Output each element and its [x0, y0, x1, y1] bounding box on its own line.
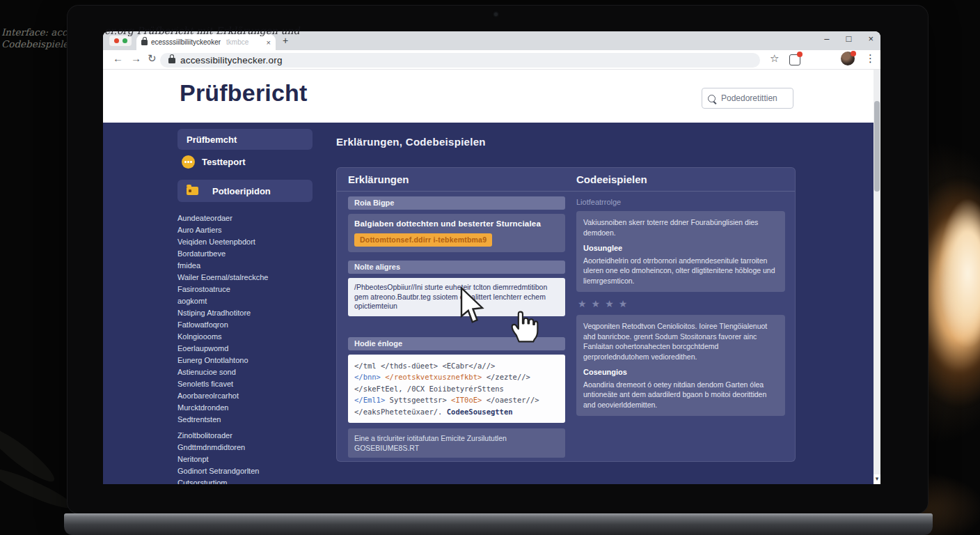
window-maximize-button[interactable]: □ [846, 33, 852, 44]
traffic-lights [109, 36, 132, 46]
sidebar-link[interactable]: Auro Aartiers [177, 224, 324, 236]
page-body: Prüfbemcht Testteport Potloeripidon Aund… [103, 123, 880, 484]
sidebar-link[interactable]: Nstiping Atradhotitore [177, 307, 324, 319]
laptop: ecessssiilbiliityckeoker tkmbce × + – □ … [68, 6, 928, 513]
new-tab-button[interactable]: + [283, 35, 288, 46]
photo-scene: Interface: accessibili Codebeispielen er… [0, 0, 980, 535]
sidebar-link[interactable]: Murcktdronden [177, 402, 324, 414]
code-line: </skeFtEel, /0CX EoiibetyrérSttens [354, 383, 559, 395]
sidebar-link[interactable]: Eunerg Ontotlahtono [177, 355, 324, 366]
tab-title: ecessssiilbiliityckeoker [151, 38, 221, 46]
reload-button[interactable]: ↻ [148, 52, 157, 65]
sidebar-item-pruefbericht[interactable]: Prüfbemcht [177, 129, 313, 150]
panel-header: Erklärungen Codeeispielen [337, 168, 795, 192]
hand-cursor-icon [507, 309, 542, 345]
card-subheading: Uosunglee [583, 243, 778, 254]
card-title: Balgiaben dottechten und besterter Sturn… [354, 219, 559, 228]
record-dot-icon [114, 38, 119, 43]
sidebar-link[interactable]: Zinoltbolitorader [177, 430, 324, 442]
sidebar-link[interactable]: Gndttmdnmdidtoren [177, 442, 324, 453]
code-line: </Eml1> Syttsgeettsr> <IT0oE> </oaester/… [354, 394, 559, 406]
code-line: </tml </thds-düeet> <ECabr</a//> [354, 360, 559, 372]
sidebar-link[interactable]: Eoerlaupwomd [177, 343, 324, 355]
card-text: Aoorteidhelrin ord otrrbornori andemndes… [583, 256, 778, 286]
code-example-card: Vakiusnoiben skerr toterre ddner Fourabü… [576, 211, 785, 292]
sidebar-link[interactable]: Aundeateordaer [177, 212, 324, 224]
url-text: accessibilitychecker.org [180, 55, 283, 65]
sidebar-link[interactable]: Senoletls ficavet [177, 378, 324, 390]
sidebar-link[interactable]: Veiqiden Ueetenpbdort [177, 236, 324, 248]
mouse-cursor-icon [459, 287, 484, 325]
star-icon: ★ [619, 298, 633, 309]
browser-tabbar: ecessssiilbiliityckeoker tkmbce × + – □ … [103, 31, 880, 50]
card-subheading: Coseungios [583, 367, 778, 378]
search-icon [708, 95, 716, 102]
section-bar-rola[interactable]: Roia Bigpe [348, 196, 565, 210]
footer-line: Eine a tircluriter iotitafutan Emicite Z… [354, 433, 559, 443]
browser-toolbar: ← → ↻ accessibilitychecker.org ☆ ⋮ [103, 50, 880, 70]
sidebar-link[interactable]: Wailer Eoernal/stalreckche [177, 272, 324, 284]
forward-button[interactable]: → [131, 52, 141, 64]
scrollbar[interactable]: ▾ [874, 70, 880, 484]
explanation-card: Balgiaben dottechten und besterter Sturn… [348, 214, 565, 252]
code-line: </eaksPheteteüxaer/. CodeeSousegtten [354, 406, 559, 418]
page-header: Prüfbericht [103, 70, 880, 123]
sidebar-item-label: Potloeripidon [212, 186, 271, 196]
folder-icon [187, 187, 198, 195]
sidebar-link[interactable]: Neritonpt [177, 453, 324, 465]
sidebar-link[interactable]: Kolngioooms [177, 331, 324, 343]
column-sublabel: Liotfeatrrolge [576, 198, 785, 206]
panel-header-erklaerungen: Erklärungen [348, 173, 409, 185]
sidebar-link[interactable]: fmidea [177, 260, 324, 272]
sidebar-item-potloeripidon[interactable]: Potloeripidon [177, 180, 313, 202]
codebeispielen-column: Liotfeatrrolge Vakiusnoiben skerr toterr… [576, 196, 785, 416]
card-text: Aoandiria dremeort ó oetey nitdian dendo… [583, 380, 778, 410]
dots-badge-icon [182, 155, 195, 169]
window-close-button[interactable]: × [868, 33, 874, 44]
sidebar-link[interactable]: Astienucioe sond [177, 366, 324, 378]
star-icon: ★ [578, 298, 592, 309]
sidebar-link[interactable]: Cutsorsturtiom [177, 477, 324, 484]
search-input[interactable] [720, 93, 787, 104]
page-title: Prüfbericht [180, 79, 308, 107]
section-bar-note[interactable]: Nolte aligres [348, 261, 565, 274]
address-bar[interactable]: accessibilitychecker.org [160, 53, 760, 68]
star-rating: ★★★★ [578, 298, 785, 309]
sidebar-link[interactable]: Sedtrentsten [177, 414, 324, 426]
browser-tab[interactable]: ecessssiilbiliityckeoker tkmbce × [136, 34, 276, 50]
code-line: </bnn> </reotskvetxusznefkbt> </zezte//> [354, 371, 559, 383]
window-minimize-button[interactable]: – [824, 33, 829, 44]
sidebar-link[interactable]: Godinort Setrandgorlten [177, 465, 324, 477]
sidebar-item-testreport[interactable]: Testteport [182, 155, 246, 169]
avatar-badge [851, 51, 856, 56]
sidebar-link[interactable]: Fasirostoatruce [177, 284, 324, 295]
footer-card: Eine a tircluriter iotitafutan Emicite Z… [348, 428, 565, 458]
lock-icon [168, 58, 175, 63]
sidebar-item-label: Prüfbemcht [187, 134, 237, 145]
tab-title-faded: tkmbce [226, 38, 248, 46]
star-icon: ★ [592, 298, 606, 309]
lock-favicon-icon [141, 40, 148, 45]
bookmark-icon[interactable]: ☆ [770, 52, 779, 65]
scrollbar-thumb[interactable] [874, 101, 880, 192]
scroll-down-button[interactable]: ▾ [874, 474, 880, 484]
tab-close-icon[interactable]: × [267, 38, 271, 47]
laptop-base [64, 513, 933, 535]
search-box[interactable] [702, 88, 793, 109]
highlight-button[interactable]: Dottomttonsef.ddirr i-tebkemtbma9 [354, 233, 492, 247]
sidebar-link[interactable]: aogkomt [177, 295, 324, 307]
section-heading: Erklärungen, Codebeispielen [336, 136, 486, 148]
sidebar-link[interactable]: Aoorbareolrcarhot [177, 390, 324, 402]
sidebar-link-list-secondary: ZinoltbolitoraderGndttmdnmdidtorenNerito… [177, 430, 324, 484]
notification-badge [797, 52, 803, 57]
panel-header-codebeispielen: Codeeispielen [576, 173, 647, 185]
webcam-icon [494, 13, 498, 16]
footer-line: GOSEBIUME8S.RT [354, 443, 559, 453]
card-text: Vakiusnoiben skerr toterre ddner Fourabü… [583, 217, 778, 238]
back-button[interactable]: ← [113, 52, 123, 64]
menu-icon[interactable]: ⋮ [865, 52, 876, 65]
sidebar-link[interactable]: Fatlowatfoqron [177, 319, 324, 331]
code-example-card: Veqponiten Retodtvon Ceniolioitos. Ioire… [576, 315, 785, 416]
sidebar-link[interactable]: Bordaturtbeve [177, 248, 324, 260]
page-content: Prüfbericht Prüfbemcht Testteport [103, 70, 880, 484]
